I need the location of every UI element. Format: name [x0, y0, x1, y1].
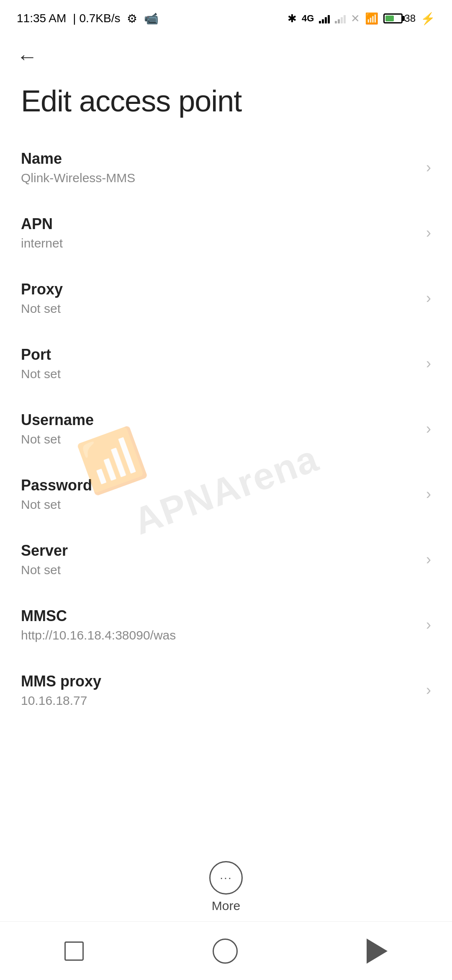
settings-item-name[interactable]: Name Qlink-Wireless-MMS ›	[0, 135, 452, 200]
settings-item-mms-proxy[interactable]: MMS proxy 10.16.18.77 ›	[0, 658, 452, 723]
settings-item-apn[interactable]: APN internet ›	[0, 200, 452, 266]
page-title: Edit access point	[0, 75, 452, 135]
status-right: ✱ 4G ✕ 📶 38 ⚡	[288, 12, 435, 26]
back-button[interactable]: ←	[17, 46, 38, 67]
nav-recent-apps-button[interactable]	[64, 941, 84, 961]
nav-square-icon	[64, 941, 84, 961]
item-value-server: Not set	[21, 563, 68, 577]
chevron-icon-mmsc: ›	[426, 616, 431, 634]
item-value-port: Not set	[21, 367, 61, 381]
battery-percent: 38	[404, 13, 416, 24]
item-value-apn: internet	[21, 236, 63, 250]
item-label-username: Username	[21, 411, 94, 429]
item-label-port: Port	[21, 346, 61, 364]
chevron-icon-name: ›	[426, 159, 431, 176]
time-display: 11:35 AM	[17, 12, 66, 25]
no-signal-icon: ✕	[351, 12, 360, 25]
chevron-icon-password: ›	[426, 485, 431, 503]
chevron-icon-server: ›	[426, 551, 431, 568]
item-label-apn: APN	[21, 215, 63, 233]
settings-item-port[interactable]: Port Not set ›	[0, 331, 452, 396]
status-left: 11:35 AM | 0.7KB/s ⚙ 📹	[17, 12, 159, 26]
settings-icon: ⚙	[127, 12, 137, 26]
chevron-icon-port: ›	[426, 355, 431, 372]
more-dots-icon: ···	[209, 861, 243, 895]
more-label: More	[212, 899, 240, 913]
item-label-mmsc: MMSC	[21, 607, 176, 625]
nav-back-button[interactable]	[367, 939, 388, 964]
toolbar: ←	[0, 34, 452, 75]
settings-item-server[interactable]: Server Not set ›	[0, 527, 452, 592]
chevron-icon-proxy: ›	[426, 289, 431, 307]
chevron-icon-mms-proxy: ›	[426, 681, 431, 699]
item-label-password: Password	[21, 477, 92, 494]
charging-icon: ⚡	[421, 12, 435, 26]
item-label-server: Server	[21, 542, 68, 560]
item-label-mms-proxy: MMS proxy	[21, 673, 101, 690]
network-4g-label: 4G	[302, 13, 314, 24]
settings-item-password[interactable]: Password Not set ›	[0, 462, 452, 527]
battery-indicator: 38	[383, 13, 416, 24]
item-value-name: Qlink-Wireless-MMS	[21, 171, 135, 185]
settings-list: Name Qlink-Wireless-MMS › APN internet ›…	[0, 135, 452, 723]
status-bar: 11:35 AM | 0.7KB/s ⚙ 📹 ✱ 4G ✕ 📶 38 ⚡	[0, 0, 452, 34]
item-value-mms-proxy: 10.16.18.77	[21, 694, 101, 708]
back-arrow-icon: ←	[17, 46, 38, 67]
item-value-proxy: Not set	[21, 302, 63, 316]
chevron-icon-apn: ›	[426, 224, 431, 242]
chevron-icon-username: ›	[426, 420, 431, 438]
nav-back-triangle-icon	[367, 939, 388, 964]
settings-item-username[interactable]: Username Not set ›	[0, 396, 452, 462]
item-label-name: Name	[21, 150, 135, 168]
settings-item-proxy[interactable]: Proxy Not set ›	[0, 266, 452, 331]
item-label-proxy: Proxy	[21, 281, 63, 298]
speed-display: | 0.7KB/s	[73, 12, 120, 25]
settings-item-mmsc[interactable]: MMSC http://10.16.18.4:38090/was ›	[0, 592, 452, 658]
signal-bar-1	[319, 13, 330, 23]
nav-circle-icon	[213, 939, 238, 964]
nav-bar	[0, 921, 452, 980]
bluetooth-icon: ✱	[288, 12, 297, 25]
signal-bar-2	[335, 13, 346, 23]
item-value-username: Not set	[21, 432, 94, 446]
item-value-password: Not set	[21, 498, 92, 512]
nav-home-button[interactable]	[213, 939, 238, 964]
camera-icon: 📹	[144, 12, 159, 26]
item-value-mmsc: http://10.16.18.4:38090/was	[21, 628, 176, 642]
more-button[interactable]: ··· More	[209, 861, 243, 913]
wifi-icon: 📶	[365, 12, 378, 25]
